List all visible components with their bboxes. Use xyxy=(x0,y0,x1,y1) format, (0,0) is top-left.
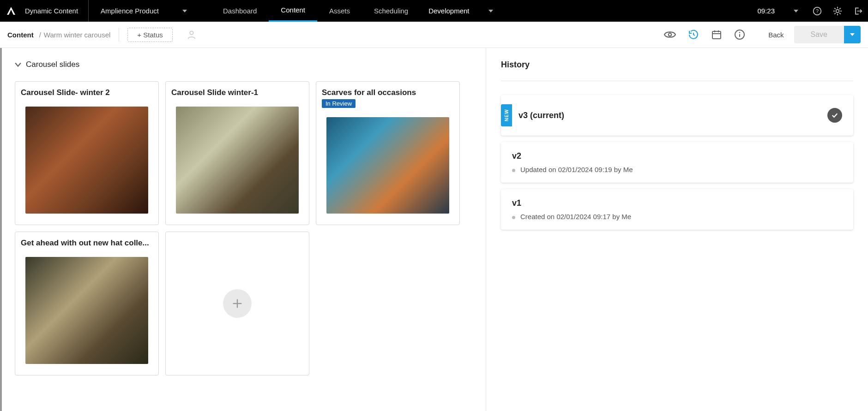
slide-card-thumb xyxy=(25,257,148,364)
info-icon xyxy=(734,29,745,40)
breadcrumb-root[interactable]: Content xyxy=(7,31,36,39)
save-dropdown-button[interactable] xyxy=(844,26,861,43)
back-link[interactable]: Back xyxy=(768,31,784,39)
time-label: 09:23 xyxy=(757,7,775,15)
person-icon xyxy=(187,30,197,40)
assignee-avatar[interactable] xyxy=(185,28,199,42)
add-status-button[interactable]: + Status xyxy=(127,28,172,42)
slide-card-title: Carousel Slide winter-1 xyxy=(171,88,303,97)
triangle-logo-icon xyxy=(6,6,17,17)
slide-card-title: Get ahead with out new hat colle... xyxy=(21,238,153,248)
slide-card[interactable]: Get ahead with out new hat colle... xyxy=(15,232,159,375)
app-name-label: Dynamic Content xyxy=(22,0,89,22)
chevron-down-icon xyxy=(850,32,855,37)
svg-rect-13 xyxy=(712,31,721,39)
context-divider xyxy=(119,28,119,42)
slide-card[interactable]: Carousel Slide- winter 2 xyxy=(15,81,159,225)
history-item-current[interactable]: NEW v3 (current) xyxy=(501,95,853,136)
nav-assets[interactable]: Assets xyxy=(317,0,362,22)
help-button[interactable]: ? xyxy=(807,0,827,22)
svg-text:?: ? xyxy=(816,8,819,14)
history-version-label: v1 xyxy=(512,198,631,208)
slides-section-header[interactable]: Carousel slides xyxy=(15,60,478,69)
logout-icon xyxy=(853,6,862,16)
slide-card-title: Carousel Slide- winter 2 xyxy=(21,88,153,97)
chevron-down-icon xyxy=(793,8,799,14)
svg-point-2 xyxy=(836,9,839,12)
svg-line-9 xyxy=(834,13,836,14)
body-area: Carousel slides Carousel Slide- winter 2… xyxy=(0,48,868,411)
breadcrumb-separator: / xyxy=(36,31,44,39)
history-current-check xyxy=(827,108,842,123)
help-icon: ? xyxy=(813,6,822,16)
preview-button[interactable] xyxy=(664,29,676,41)
plus-icon xyxy=(231,297,244,310)
check-icon xyxy=(831,111,839,119)
new-ribbon: NEW xyxy=(501,104,512,126)
history-item[interactable]: v1 Created on 02/01/2024 09:17 by Me xyxy=(501,189,853,230)
product-switcher-label: Amplience Product xyxy=(101,7,159,15)
nav-content[interactable]: Content xyxy=(269,0,317,22)
svg-line-8 xyxy=(839,13,841,14)
history-pane: History NEW v3 (current) v2 Updated on 0… xyxy=(486,48,868,411)
environment-label: Development xyxy=(428,7,469,15)
history-icon xyxy=(688,29,699,40)
chevron-down-icon xyxy=(182,8,187,14)
svg-point-12 xyxy=(669,33,672,36)
calendar-icon xyxy=(711,29,722,40)
slide-card[interactable]: Carousel Slide winter-1 xyxy=(165,81,309,225)
add-slide-card[interactable] xyxy=(165,232,309,375)
logout-button[interactable] xyxy=(848,0,868,22)
app-logo[interactable] xyxy=(0,0,22,22)
info-button[interactable] xyxy=(734,29,745,40)
history-title: History xyxy=(501,60,853,70)
history-item[interactable]: v2 Updated on 02/01/2024 09:19 by Me xyxy=(501,142,853,183)
context-bar: Content / Warm winter carousel + Status xyxy=(0,22,868,48)
chevron-down-icon xyxy=(15,61,21,68)
main-nav: Dashboard Content Assets Scheduling xyxy=(211,0,420,22)
svg-point-11 xyxy=(190,31,193,35)
slide-card-thumb xyxy=(176,107,299,214)
svg-line-10 xyxy=(839,8,841,9)
slide-card-thumb xyxy=(326,117,449,214)
history-version-label: v3 (current) xyxy=(518,111,564,120)
context-icons xyxy=(664,29,745,41)
topbar: Dynamic Content Amplience Product Dashbo… xyxy=(0,0,868,22)
slide-card[interactable]: Scarves for all occasions In Review xyxy=(316,81,460,225)
nav-scheduling[interactable]: Scheduling xyxy=(362,0,420,22)
svg-point-19 xyxy=(739,32,741,33)
breadcrumb-current: Warm winter carousel xyxy=(44,31,110,39)
slide-card-title: Scarves for all occasions xyxy=(322,88,454,97)
product-switcher[interactable]: Amplience Product xyxy=(89,0,197,22)
chevron-down-icon xyxy=(488,8,494,14)
history-button[interactable] xyxy=(688,29,699,40)
settings-button[interactable] xyxy=(827,0,848,22)
svg-line-7 xyxy=(834,8,836,9)
slides-section-title: Carousel slides xyxy=(26,60,79,69)
environment-switcher[interactable]: Development xyxy=(420,7,501,15)
history-divider xyxy=(501,81,853,81)
eye-icon xyxy=(664,29,676,41)
slide-status-badge: In Review xyxy=(322,99,356,108)
history-meta: Updated on 02/01/2024 09:19 by Me xyxy=(512,166,633,173)
history-version-label: v2 xyxy=(512,151,633,161)
gear-icon xyxy=(833,6,842,16)
time-switcher[interactable]: 09:23 xyxy=(749,7,807,15)
slides-pane: Carousel slides Carousel Slide- winter 2… xyxy=(0,48,486,411)
schedule-button[interactable] xyxy=(711,29,722,40)
add-slide-circle xyxy=(223,289,252,318)
nav-dashboard[interactable]: Dashboard xyxy=(211,0,269,22)
slide-card-thumb xyxy=(25,107,148,214)
history-meta: Created on 02/01/2024 09:17 by Me xyxy=(512,213,631,220)
save-button: Save xyxy=(794,26,844,43)
slides-cards: Carousel Slide- winter 2 Carousel Slide … xyxy=(15,81,478,375)
